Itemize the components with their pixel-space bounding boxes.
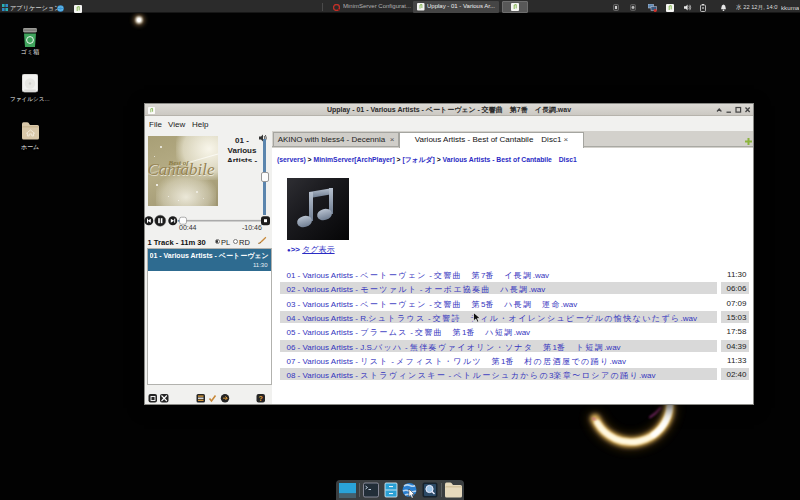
svg-text:?: ? [259,395,263,402]
